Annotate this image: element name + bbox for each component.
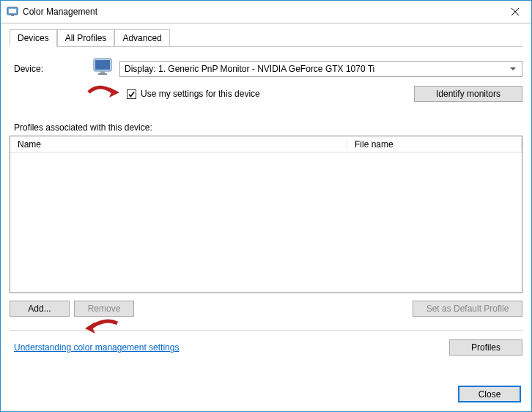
use-my-settings-label: Use my settings for this device xyxy=(141,89,260,99)
add-button[interactable]: Add... xyxy=(10,301,70,317)
remove-button: Remove xyxy=(74,301,134,317)
column-name[interactable]: Name xyxy=(10,139,347,150)
identify-monitors-button[interactable]: Identify monitors xyxy=(414,86,522,102)
tab-all-profiles[interactable]: All Profiles xyxy=(57,29,115,46)
app-icon xyxy=(7,6,18,18)
window-title: Color Management xyxy=(23,7,97,17)
tab-advanced[interactable]: Advanced xyxy=(114,29,169,46)
svg-rect-6 xyxy=(95,60,110,70)
svg-rect-1 xyxy=(9,9,16,13)
profiles-table: Name File name xyxy=(10,136,522,293)
close-icon xyxy=(511,8,519,15)
svg-rect-7 xyxy=(100,71,105,73)
window-close-button[interactable] xyxy=(498,1,531,22)
use-my-settings-checkbox[interactable] xyxy=(127,89,136,99)
tab-devices[interactable]: Devices xyxy=(10,29,57,47)
svg-rect-8 xyxy=(98,73,107,75)
titlebar: Color Management xyxy=(1,1,531,23)
divider xyxy=(10,330,522,331)
profiles-heading: Profiles associated with this device: xyxy=(14,122,522,133)
column-file-name[interactable]: File name xyxy=(347,139,522,150)
table-header: Name File name xyxy=(10,136,522,152)
svg-rect-2 xyxy=(11,15,14,16)
close-button[interactable]: Close xyxy=(458,386,521,402)
device-label: Device: xyxy=(14,64,95,74)
tab-strip: Devices All Profiles Advanced xyxy=(10,29,522,47)
profiles-button[interactable]: Profiles xyxy=(449,339,522,356)
understanding-link[interactable]: Understanding color management settings xyxy=(14,342,179,353)
monitor-icon xyxy=(92,57,114,80)
set-default-profile-button: Set as Default Profile xyxy=(413,301,522,317)
device-selected-text: Display: 1. Generic PnP Monitor - NVIDIA… xyxy=(125,64,374,74)
device-select[interactable]: Display: 1. Generic PnP Monitor - NVIDIA… xyxy=(119,61,522,77)
